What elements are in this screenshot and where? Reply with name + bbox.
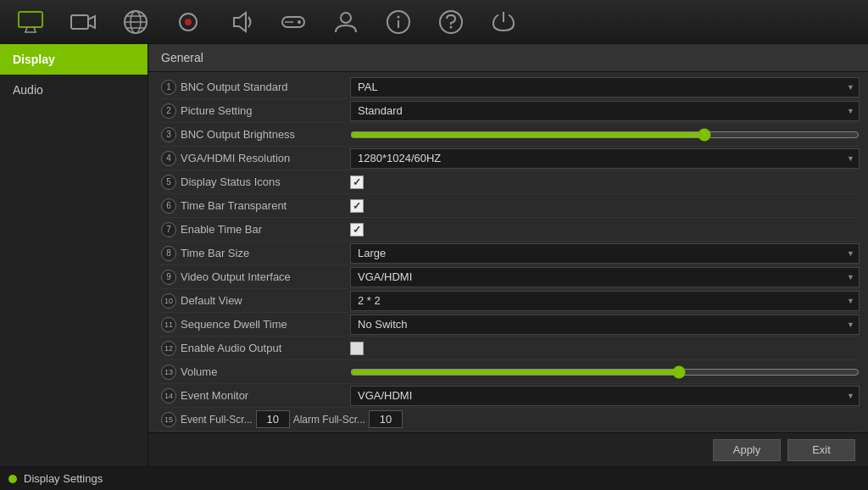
svg-point-12 [185, 19, 192, 25]
svg-rect-4 [71, 15, 88, 29]
dropdown-video-output-interface[interactable]: VGA/HDMI HDMI VGA [350, 267, 860, 287]
sidebar-item-audio[interactable]: Audio [0, 75, 147, 105]
nav-icon-audio[interactable] [227, 8, 254, 36]
dropdown-picture-setting[interactable]: Standard Soft Vivid [350, 101, 860, 121]
table-row: 13 Volume [157, 360, 860, 384]
dropdown-wrap-sequence-dwell: No Switch 5s 10s [350, 315, 860, 335]
label-enable-audio-output: Enable Audio Output [181, 342, 350, 354]
checkbox-enable-audio-output[interactable] [350, 342, 364, 355]
table-row: 8 Time Bar Size Large Medium Small [157, 242, 860, 265]
checkbox-display-status-icons[interactable] [350, 175, 364, 189]
input-alarm-full-screen[interactable] [369, 410, 403, 428]
dropdown-default-view[interactable]: 2 * 2 1 * 1 4 * 4 [350, 291, 860, 311]
svg-rect-0 [19, 12, 42, 27]
dropdown-bnc-output-standard[interactable]: PAL NTSC [350, 77, 860, 97]
dropdown-wrap-time-bar-size: Large Medium Small [350, 243, 860, 264]
row-num-13: 13 [157, 365, 181, 380]
control-time-bar-size: Large Medium Small [350, 243, 860, 264]
table-row: 10 Default View 2 * 2 1 * 1 4 * 4 [157, 289, 860, 313]
apply-button[interactable]: Apply [713, 439, 781, 461]
row-num-9: 9 [157, 270, 181, 285]
content-area: General 1 BNC Output Standard PAL NTSC [148, 44, 868, 466]
label-picture-setting: Picture Setting [181, 104, 350, 117]
control-fullscreen-split: Event Full-Scr... Alarm Full-Scr... [181, 410, 860, 428]
checkbox-time-bar-transparent[interactable] [350, 199, 364, 213]
table-row: 6 Time Bar Transparent [157, 194, 860, 218]
label-video-output-interface: Video Output Interface [181, 270, 350, 283]
row-num-7: 7 [157, 222, 181, 237]
row-num-14: 14 [157, 388, 181, 404]
svg-marker-5 [88, 16, 95, 28]
label-time-bar-transparent: Time Bar Transparent [181, 199, 350, 212]
status-bar: Display Settings [0, 466, 868, 490]
svg-point-19 [398, 15, 400, 18]
checkbox-enable-time-bar[interactable] [350, 223, 364, 237]
nav-icon-help[interactable] [437, 8, 465, 36]
table-row: 2 Picture Setting Standard Soft Vivid [157, 99, 860, 123]
row-num-15: 15 [157, 412, 181, 427]
nav-icon-account[interactable] [332, 8, 359, 36]
status-dot [8, 475, 17, 483]
label-alarm-full-screen: Alarm Full-Scr... [293, 414, 365, 426]
control-bnc-output-standard: PAL NTSC [350, 77, 860, 97]
label-display-status-icons: Display Status Icons [181, 175, 350, 188]
control-sequence-dwell-time: No Switch 5s 10s [350, 315, 860, 335]
status-text: Display Settings [24, 472, 103, 485]
nav-icon-monitor[interactable] [17, 8, 44, 36]
table-row: 3 BNC Output Brightness [157, 123, 860, 147]
table-row: 9 Video Output Interface VGA/HDMI HDMI V… [157, 265, 860, 289]
label-default-view: Default View [181, 294, 350, 307]
label-volume: Volume [181, 365, 350, 378]
label-vga-hdmi-resolution: VGA/HDMI Resolution [181, 152, 350, 164]
input-event-full-screen[interactable] [256, 410, 290, 428]
slider-bnc-brightness[interactable] [350, 127, 860, 142]
sidebar-item-display[interactable]: Display [0, 44, 147, 75]
control-enable-time-bar [350, 223, 860, 237]
split-row: Event Full-Scr... Alarm Full-Scr... [181, 410, 403, 428]
exit-button[interactable]: Exit [787, 439, 855, 461]
control-picture-setting: Standard Soft Vivid [350, 101, 860, 121]
table-row: 7 Enable Time Bar [157, 218, 860, 242]
control-event-monitor: VGA/HDMI HDMI VGA [350, 386, 860, 406]
row-num-1: 1 [157, 80, 181, 95]
top-nav [0, 0, 868, 44]
label-bnc-brightness: BNC Output Brightness [181, 128, 350, 141]
slider-volume[interactable] [350, 365, 860, 380]
control-vga-hdmi-resolution: 1280*1024/60HZ 1920*1080/60HZ 1024*768/6… [350, 148, 860, 169]
table-row: 11 Sequence Dwell Time No Switch 5s 10s [157, 313, 860, 337]
control-default-view: 2 * 2 1 * 1 4 * 4 [350, 291, 860, 311]
label-enable-time-bar: Enable Time Bar [181, 223, 350, 236]
row-num-10: 10 [157, 293, 181, 309]
dropdown-vga-hdmi-resolution[interactable]: 1280*1024/60HZ 1920*1080/60HZ 1024*768/6… [350, 148, 860, 169]
nav-icon-record[interactable] [175, 8, 202, 36]
dropdown-wrap-default-view: 2 * 2 1 * 1 4 * 4 [350, 291, 860, 311]
control-volume [350, 365, 860, 380]
dropdown-wrap-event-monitor: VGA/HDMI HDMI VGA [350, 386, 860, 406]
nav-icon-camera[interactable] [70, 8, 97, 36]
control-display-status-icons [350, 175, 860, 189]
dropdown-event-monitor[interactable]: VGA/HDMI HDMI VGA [350, 386, 860, 406]
section-title: General [161, 51, 203, 64]
label-sequence-dwell-time: Sequence Dwell Time [181, 318, 350, 331]
svg-point-16 [341, 13, 351, 23]
content-header: General [148, 44, 868, 72]
table-row: 12 Enable Audio Output [157, 337, 860, 360]
control-bnc-brightness [350, 127, 860, 142]
label-event-monitor: Event Monitor [181, 389, 350, 402]
nav-icon-info[interactable] [385, 8, 412, 36]
row-num-4: 4 [157, 151, 181, 166]
row-num-2: 2 [157, 103, 181, 119]
control-time-bar-transparent [350, 199, 860, 213]
table-row: 15 Event Full-Scr... Alarm Full-Scr... [157, 408, 860, 432]
svg-point-21 [450, 25, 453, 28]
nav-icon-network[interactable] [122, 8, 149, 36]
svg-point-14 [298, 20, 301, 24]
dropdown-time-bar-size[interactable]: Large Medium Small [350, 243, 860, 264]
table-row: 4 VGA/HDMI Resolution 1280*1024/60HZ 192… [157, 147, 860, 170]
main-container: Display Audio General 1 BNC Output Stand… [0, 44, 868, 466]
dropdown-wrap-picture: Standard Soft Vivid [350, 101, 860, 121]
row-num-3: 3 [157, 127, 181, 142]
nav-icon-hdd[interactable] [280, 8, 307, 36]
dropdown-sequence-dwell-time[interactable]: No Switch 5s 10s [350, 315, 860, 335]
nav-icon-power[interactable] [490, 8, 517, 36]
